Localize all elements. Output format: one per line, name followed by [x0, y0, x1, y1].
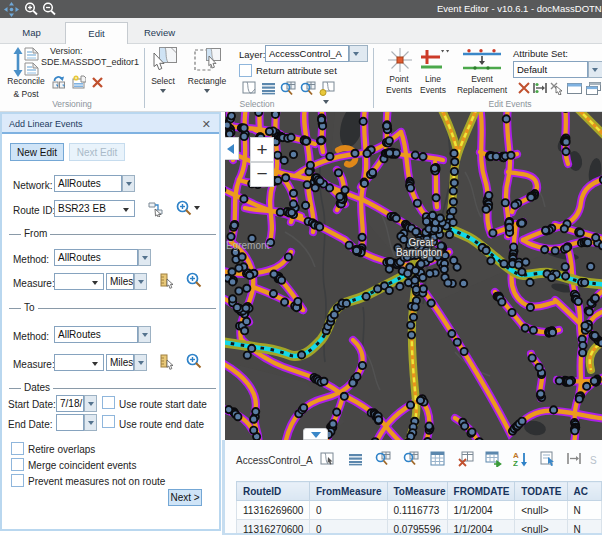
svg-text:Barrington: Barrington — [396, 247, 442, 258]
svg-text:Egremont: Egremont — [226, 240, 270, 251]
svg-text:Z: Z — [513, 459, 518, 467]
